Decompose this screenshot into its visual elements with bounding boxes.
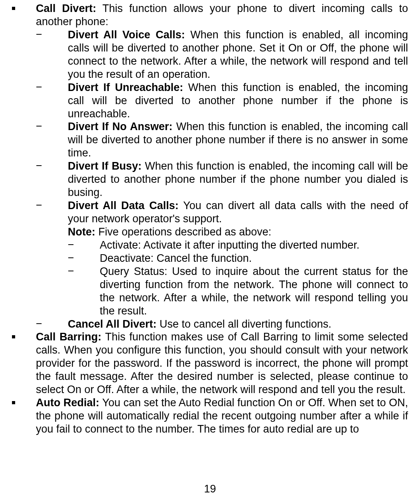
op-query-text: Query Status: Used to inquire about the … [100,265,408,318]
dash-icon: − [36,28,68,81]
dash-icon: − [36,120,68,160]
call-divert-section: Call Divert: This function allows your p… [12,2,408,28]
divert-no-answer: − Divert If No Answer: When this functio… [36,120,408,160]
op-activate-text: Activate: Activate it after inputting th… [100,239,408,252]
bullet-icon [12,7,15,10]
call-barring-section: Call Barring: This function makes use of… [12,330,408,396]
divert-unreachable: − Divert If Unreachable: When this funct… [36,81,408,121]
auto-redial-title: Auto Redial: [36,397,99,409]
note-desc: Five operations described as above: [95,226,271,238]
divert-busy-title: Divert If Busy: [68,160,142,172]
op-query: − Query Status: Used to inquire about th… [68,265,408,318]
divert-all-voice: − Divert All Voice Calls: When this func… [36,28,408,81]
note-line: Note: Five operations described as above… [68,225,408,239]
dash-icon: − [68,239,100,252]
dash-icon: − [68,252,100,265]
op-deactivate: − Deactivate: Cancel the function. [68,252,408,265]
dash-icon: − [36,199,68,225]
divert-busy: − Divert If Busy: When this function is … [36,160,408,199]
note-title: Note: [68,226,95,238]
divert-all-data-text: Divert All Data Calls: You can divert al… [68,199,408,225]
page-number: 19 [0,483,420,495]
divert-no-answer-text: Divert If No Answer: When this function … [68,120,408,160]
call-barring-text: Call Barring: This function makes use of… [36,330,408,396]
cancel-all-desc: Use to cancel all diverting functions. [157,318,331,330]
dash-icon: − [36,160,68,199]
cancel-all-divert: − Cancel All Divert: Use to cancel all d… [36,318,408,331]
divert-no-answer-title: Divert If No Answer: [68,121,172,132]
divert-all-data-title: Divert All Data Calls: [68,200,179,211]
divert-unreachable-title: Divert If Unreachable: [68,81,183,93]
dash-icon: − [36,81,68,121]
dash-icon: − [68,265,100,318]
bullet-icon [12,335,15,338]
divert-all-voice-text: Divert All Voice Calls: When this functi… [68,28,408,81]
divert-busy-text: Divert If Busy: When this function is en… [68,160,408,199]
cancel-all-text: Cancel All Divert: Use to cancel all div… [68,318,408,331]
cancel-all-title: Cancel All Divert: [68,318,157,330]
divert-unreachable-text: Divert If Unreachable: When this functio… [68,81,408,121]
dash-icon: − [36,318,68,331]
call-divert-text: Call Divert: This function allows your p… [36,2,408,28]
call-divert-title: Call Divert: [36,2,96,14]
divert-all-data: − Divert All Data Calls: You can divert … [36,199,408,225]
bullet-icon [12,401,15,404]
op-deactivate-text: Deactivate: Cancel the function. [100,252,408,265]
divert-all-voice-title: Divert All Voice Calls: [68,29,185,41]
auto-redial-section: Auto Redial: You can set the Auto Redial… [12,396,408,436]
op-activate: − Activate: Activate it after inputting … [68,239,408,252]
call-barring-title: Call Barring: [36,331,101,343]
auto-redial-text: Auto Redial: You can set the Auto Redial… [36,396,408,436]
document-body: Call Divert: This function allows your p… [12,0,408,436]
